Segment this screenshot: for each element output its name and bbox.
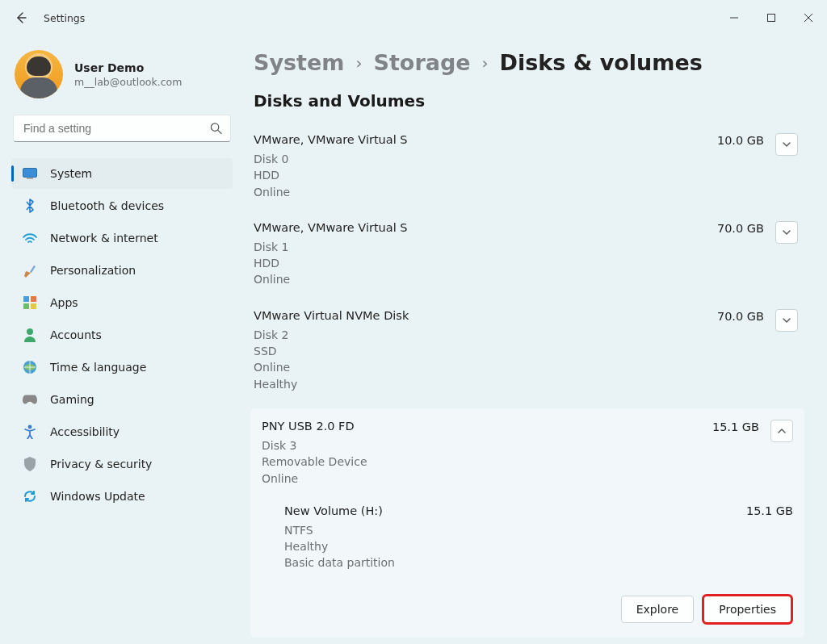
disk-name: VMware, VMware Virtual S: [254, 133, 717, 146]
update-icon: [23, 489, 37, 504]
accounts-icon: [23, 328, 37, 342]
sidebar-item-accessibility[interactable]: Accessibility: [11, 416, 233, 447]
disk-status: Online: [254, 184, 717, 200]
disk-size: 15.1 GB: [712, 420, 759, 433]
chevron-right-icon: ›: [355, 53, 362, 73]
expand-button[interactable]: [775, 309, 798, 332]
sidebar-item-label: Network & internet: [50, 232, 158, 245]
profile-email: m__lab@outlook.com: [74, 76, 182, 88]
volume-type: Basic data partition: [284, 554, 746, 571]
disk-item: VMware, VMware Virtual S Disk 0 HDD Onli…: [250, 125, 804, 213]
sidebar-item-apps[interactable]: Apps: [11, 287, 233, 318]
disk-name: PNY USB 2.0 FD: [262, 420, 712, 433]
sidebar-item-label: Windows Update: [50, 490, 145, 503]
explore-button[interactable]: Explore: [621, 596, 695, 623]
main-content: System › Storage › Disks & volumes Disks…: [242, 36, 827, 644]
disk-bus: HDD: [254, 255, 717, 271]
sidebar-item-time[interactable]: Time & language: [11, 352, 233, 383]
sidebar-item-system[interactable]: System: [11, 158, 233, 189]
sidebar-item-label: Bluetooth & devices: [50, 199, 164, 212]
apps-icon: [23, 295, 37, 310]
search-icon: [210, 123, 222, 135]
profile[interactable]: User Demo m__lab@outlook.com: [15, 50, 233, 98]
collapse-button[interactable]: [770, 420, 793, 442]
sidebar-item-gaming[interactable]: Gaming: [11, 384, 233, 415]
disk-item: VMware Virtual NVMe Disk Disk 2 SSD Onli…: [250, 301, 804, 405]
sidebar-item-accounts[interactable]: Accounts: [11, 320, 233, 350]
personalization-icon: [23, 263, 37, 278]
chevron-up-icon: [777, 426, 787, 436]
svg-rect-0: [768, 15, 775, 22]
svg-rect-4: [23, 296, 29, 302]
privacy-icon: [23, 457, 37, 471]
expand-button[interactable]: [775, 133, 798, 156]
disk-name: VMware, VMware Virtual S: [254, 221, 717, 234]
chevron-right-icon: ›: [482, 53, 489, 73]
system-icon: [23, 166, 37, 181]
gaming-icon: [23, 392, 37, 407]
accessibility-icon: [23, 424, 37, 439]
search-box[interactable]: [13, 115, 231, 142]
back-button[interactable]: [15, 11, 27, 24]
svg-point-10: [28, 425, 32, 429]
breadcrumb: System › Storage › Disks & volumes: [250, 50, 804, 75]
disk-label: Disk 2: [254, 327, 717, 343]
sidebar-item-label: Accessibility: [50, 425, 120, 438]
disk-name: VMware Virtual NVMe Disk: [254, 309, 717, 322]
volume-health: Healthy: [284, 538, 746, 554]
expand-button[interactable]: [775, 221, 798, 244]
disk-item-expanded: PNY USB 2.0 FD Disk 3 Removable Device O…: [250, 408, 804, 638]
volume-size: 15.1 GB: [746, 504, 793, 517]
maximize-button[interactable]: [753, 5, 790, 31]
close-button[interactable]: [790, 5, 827, 31]
svg-point-1: [211, 123, 218, 131]
titlebar: Settings: [0, 0, 827, 36]
disk-item: VMware, VMware Virtual S Disk 1 HDD Onli…: [250, 213, 804, 301]
bluetooth-icon: [23, 199, 37, 213]
breadcrumb-current: Disks & volumes: [500, 50, 703, 75]
disk-label: Disk 3: [262, 437, 712, 454]
volume-fs: NTFS: [284, 522, 746, 538]
sidebar-item-label: Privacy & security: [50, 458, 152, 470]
sidebar-item-label: Personalization: [50, 264, 136, 277]
search-input[interactable]: [14, 122, 230, 135]
sidebar-item-privacy[interactable]: Privacy & security: [11, 449, 233, 479]
disk-size: 10.0 GB: [717, 134, 764, 147]
volume-item: New Volume (H:) NTFS Healthy Basic data …: [284, 504, 793, 571]
sidebar-item-network[interactable]: Network & internet: [11, 223, 233, 253]
nav: System Bluetooth & devices Network & int…: [11, 158, 233, 512]
disk-health: Healthy: [254, 376, 717, 392]
sidebar-item-label: Gaming: [50, 393, 94, 406]
disk-size: 70.0 GB: [717, 222, 764, 235]
breadcrumb-system[interactable]: System: [254, 50, 344, 75]
svg-rect-5: [31, 296, 36, 302]
svg-rect-7: [31, 303, 36, 309]
sidebar-item-update[interactable]: Windows Update: [11, 481, 233, 512]
profile-name: User Demo: [74, 61, 182, 74]
window-controls: [716, 5, 827, 31]
app-title: Settings: [44, 12, 85, 24]
section-title: Disks and Volumes: [254, 91, 804, 111]
disk-status: Online: [254, 359, 717, 375]
chevron-down-icon: [782, 316, 791, 325]
disk-status: Online: [262, 470, 712, 487]
svg-rect-6: [23, 303, 29, 309]
disk-status: Online: [254, 271, 717, 287]
sidebar-item-personalization[interactable]: Personalization: [11, 255, 233, 286]
properties-button[interactable]: Properties: [703, 596, 791, 623]
network-icon: [23, 231, 37, 245]
minimize-button[interactable]: [716, 5, 753, 31]
disk-label: Disk 0: [254, 151, 717, 167]
chevron-down-icon: [782, 228, 791, 237]
sidebar-item-bluetooth[interactable]: Bluetooth & devices: [11, 190, 233, 221]
breadcrumb-storage[interactable]: Storage: [373, 50, 470, 75]
sidebar-item-label: System: [50, 167, 92, 180]
volume-name: New Volume (H:): [284, 504, 746, 517]
volume-actions: Explore Properties: [262, 596, 793, 623]
svg-point-8: [27, 328, 33, 335]
avatar: [15, 50, 63, 98]
svg-rect-3: [27, 178, 33, 179]
disk-size: 70.0 GB: [717, 310, 764, 323]
chevron-down-icon: [782, 140, 791, 149]
sidebar-item-label: Accounts: [50, 328, 102, 341]
